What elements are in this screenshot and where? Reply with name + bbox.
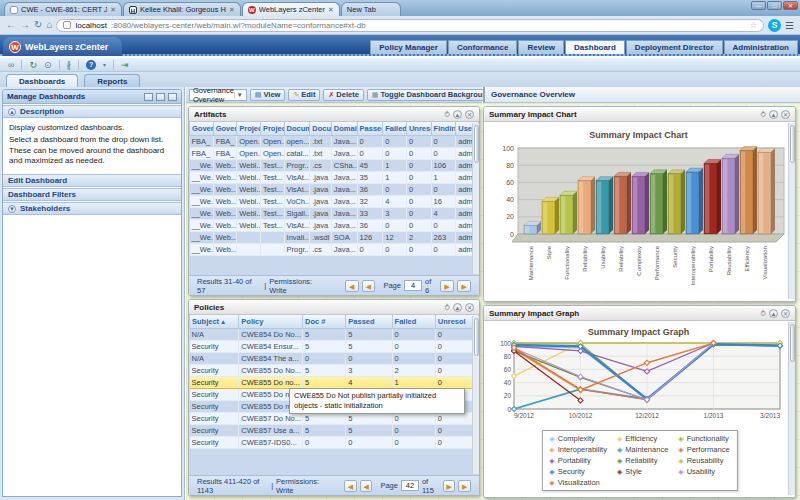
move-icon[interactable]: ⥁ xyxy=(445,303,450,312)
close-icon[interactable]: ✕ xyxy=(781,309,790,318)
browser-tab[interactable]: HKellee Khalil: Gorgeous H✕ xyxy=(123,2,241,16)
column-header[interactable]: Subject ▴ xyxy=(190,315,239,328)
table-row[interactable]: __We...Web...Webl...Test...VisAt....java… xyxy=(190,183,479,195)
url-field[interactable]: localhost:8080/weblayers-center/web/main… xyxy=(56,19,764,32)
policies-panel-header[interactable]: Policies ⥁ ▲ ✕ xyxy=(189,300,479,315)
tab-reports[interactable]: Reports xyxy=(84,74,140,88)
nav-item-policy-manager[interactable]: Policy Manager xyxy=(370,40,447,54)
artifacts-panel-header[interactable]: Artifacts ⥁ ▲ ✕ xyxy=(189,107,479,122)
refresh-icon[interactable]: ↻ xyxy=(29,60,37,70)
close-icon[interactable]: ✕ xyxy=(465,303,474,312)
column-header[interactable]: Policy xyxy=(239,315,303,328)
link-icon[interactable]: ∞ xyxy=(8,60,14,70)
close-icon[interactable]: ✕ xyxy=(781,110,790,119)
table-row[interactable]: __We...Web...Progr....csJava...0000admi xyxy=(190,243,479,255)
nav-item-deployment-director[interactable]: Deployment Director xyxy=(626,40,723,54)
prev-page-button[interactable]: ◀ xyxy=(362,280,376,292)
nav-item-administration[interactable]: Administration xyxy=(724,40,798,54)
nav-item-conformance[interactable]: Conformance xyxy=(448,40,518,54)
column-header[interactable]: Failed xyxy=(383,122,407,135)
expand-icon[interactable]: ▼ xyxy=(8,205,16,213)
collapse-icon[interactable]: ▲ xyxy=(769,309,778,318)
table-row[interactable]: __We...Web...Webl...Test...VisAt....java… xyxy=(190,219,479,231)
collapse-icon[interactable]: ▲ xyxy=(769,110,778,119)
minimize-button[interactable]: — xyxy=(751,1,766,10)
refresh-icon[interactable]: ↻ xyxy=(34,20,42,30)
forward-icon[interactable]: → xyxy=(20,20,30,30)
collapse-icon[interactable]: ▲ xyxy=(453,110,462,119)
view-button[interactable]: ▤View xyxy=(250,89,286,101)
collapse-icon[interactable]: ▲ xyxy=(8,108,16,116)
column-header[interactable]: Unreso xyxy=(406,122,431,135)
move-icon[interactable]: ⥁ xyxy=(761,110,766,119)
browser-menu-icon[interactable]: ☰ xyxy=(785,20,794,31)
column-header[interactable]: Projec xyxy=(237,122,261,135)
table-row[interactable]: SecurityCWE857 Use a...5500 xyxy=(190,424,479,436)
column-header[interactable]: Failed xyxy=(392,315,435,328)
browser-tab[interactable]: CWE - CWE-861: CERT Jav✕ xyxy=(4,2,122,16)
table-row[interactable]: SecurityCWE854 Ensur...5500 xyxy=(190,340,479,352)
column-header[interactable]: Gover xyxy=(213,122,237,135)
column-header[interactable]: Doc # xyxy=(303,315,346,328)
skype-extension-icon[interactable]: S xyxy=(768,19,781,32)
column-header[interactable]: Finding xyxy=(431,122,456,135)
move-icon[interactable]: ⥁ xyxy=(761,309,766,318)
next-page-button[interactable]: ▶ xyxy=(440,280,454,292)
scrollbar[interactable] xyxy=(788,123,795,299)
table-row[interactable]: SecurityCWE857-IDS0...0000 xyxy=(190,436,479,448)
table-row[interactable]: SecurityCWE857 Do No...5500 xyxy=(190,412,479,424)
clock-icon[interactable]: ⊙ xyxy=(44,60,52,70)
table-row[interactable]: N/ACWE854 The a...0000 xyxy=(190,352,479,364)
first-page-button[interactable]: ◀ xyxy=(345,280,359,292)
help-caret-icon[interactable]: ▾ xyxy=(103,60,106,70)
tab-close-icon[interactable]: ✕ xyxy=(229,6,235,14)
table-row[interactable]: __We...Web...Invali....wsdlSOA126122263a… xyxy=(190,231,479,243)
table-row[interactable]: N/ACWE854 Do No...5500 xyxy=(190,328,479,340)
section-description[interactable]: ▲ Description xyxy=(3,105,181,118)
collapse-icon[interactable]: ▲ xyxy=(453,303,462,312)
nav-item-review[interactable]: Review xyxy=(518,40,564,54)
table-row[interactable]: __We...Web...Webl...Test...Progr....csCS… xyxy=(190,159,479,171)
tab-close-icon[interactable]: ✕ xyxy=(328,6,334,14)
prev-page-button[interactable]: ◀ xyxy=(360,480,373,492)
save-icon[interactable] xyxy=(144,93,153,101)
scrollbar[interactable] xyxy=(472,123,479,274)
column-header[interactable]: Docum xyxy=(310,122,332,135)
next-page-button[interactable]: ▶ xyxy=(443,480,456,492)
delete-button[interactable]: ✗Delete xyxy=(323,89,363,101)
tab-dashboards[interactable]: Dashboards xyxy=(6,74,78,88)
column-header[interactable]: Projec xyxy=(260,122,284,135)
table-row[interactable]: __We...Web...Webl...Test...VisAt....java… xyxy=(190,171,479,183)
section-stakeholders[interactable]: ▼Stakeholders xyxy=(3,202,181,215)
filter-icon[interactable]: ∦ xyxy=(67,60,72,70)
column-header[interactable]: Docum xyxy=(284,122,310,135)
bookmark-star-icon[interactable]: ☆ xyxy=(750,21,757,30)
section-dashboard-filters[interactable]: Dashboard Filters xyxy=(3,188,181,201)
toggle-dashboard-background-button[interactable]: ▦Toggle Dashboard Background xyxy=(367,89,497,101)
close-icon[interactable]: ✕ xyxy=(465,110,474,119)
print-icon[interactable] xyxy=(156,93,165,101)
table-row[interactable]: __We...Web...Webl...Test...Sigall....jav… xyxy=(190,207,479,219)
nav-item-dashboard[interactable]: Dashboard xyxy=(565,40,625,54)
page-input[interactable] xyxy=(404,280,422,291)
back-icon[interactable]: ← xyxy=(6,20,16,30)
dashboard-select[interactable]: Governance Overview ▼ xyxy=(189,89,247,101)
graph-panel-header[interactable]: Summary Impact Graph ⥁ ▲ ✕ xyxy=(484,306,795,321)
scrollbar[interactable] xyxy=(788,322,795,495)
close-button[interactable]: ✕ xyxy=(783,1,798,10)
home-icon[interactable]: ⌂ xyxy=(46,20,52,30)
browser-tab[interactable]: New Tab xyxy=(341,2,401,16)
first-page-button[interactable]: ◀ xyxy=(344,480,357,492)
scrollbar[interactable] xyxy=(472,316,479,474)
column-header[interactable]: Passed xyxy=(357,122,383,135)
last-page-button[interactable]: ▶ xyxy=(458,480,471,492)
browser-tab[interactable]: WWebLayers zCenter✕ xyxy=(242,2,340,16)
table-row[interactable]: __We...Web...Webl...Test...VoCh....javaJ… xyxy=(190,195,479,207)
edit-button[interactable]: ✎Edit xyxy=(288,89,320,101)
table-row[interactable]: FBA_FBA_Open...Open...open....txtJava...… xyxy=(190,135,479,147)
page-input[interactable] xyxy=(401,480,419,491)
help-icon[interactable]: ? xyxy=(86,60,96,70)
column-header[interactable]: Domai xyxy=(331,122,357,135)
last-page-button[interactable]: ▶ xyxy=(457,280,471,292)
column-header[interactable]: Passed xyxy=(346,315,392,328)
